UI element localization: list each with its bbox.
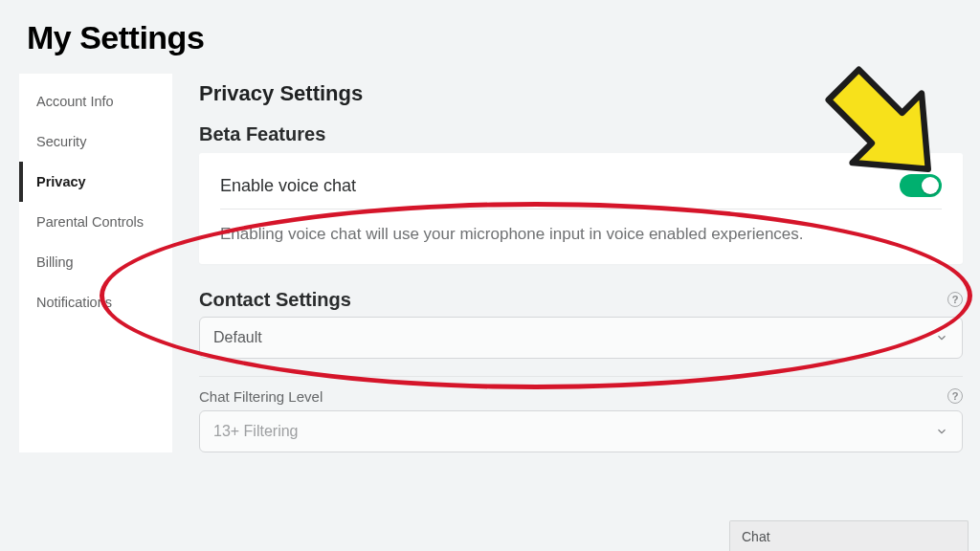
page-title: My Settings xyxy=(0,0,980,74)
sidebar-item-notifications[interactable]: Notifications xyxy=(19,282,172,322)
beta-features-card: Enable voice chat Enabling voice chat wi… xyxy=(199,153,963,264)
chat-bar-label: Chat xyxy=(742,529,770,544)
sidebar-item-label: Account Info xyxy=(36,94,114,109)
voice-chat-description: Enabling voice chat will use your microp… xyxy=(220,209,942,247)
select-value: Default xyxy=(213,329,262,346)
sidebar-item-privacy[interactable]: Privacy xyxy=(19,162,172,202)
toggle-knob xyxy=(922,177,939,194)
sidebar-item-label: Parental Controls xyxy=(36,214,144,230)
chevron-down-icon xyxy=(935,425,948,438)
help-icon[interactable]: ? xyxy=(947,292,963,307)
help-icon[interactable]: ? xyxy=(947,388,963,404)
sidebar-item-label: Security xyxy=(36,134,86,149)
sidebar-item-parental-controls[interactable]: Parental Controls xyxy=(19,202,172,242)
settings-main: Privacy Settings Beta Features Enable vo… xyxy=(172,74,980,452)
sidebar-item-label: Privacy xyxy=(36,174,86,189)
settings-sidebar: Account Info Security Privacy Parental C… xyxy=(19,74,172,452)
voice-chat-toggle[interactable] xyxy=(900,174,942,197)
chat-filter-select[interactable]: 13+ Filtering xyxy=(199,410,963,452)
sidebar-item-label: Billing xyxy=(36,254,74,270)
contact-default-select[interactable]: Default xyxy=(199,317,963,359)
sidebar-item-account-info[interactable]: Account Info xyxy=(19,81,172,121)
section-privacy-heading: Privacy Settings xyxy=(199,81,963,106)
sidebar-item-billing[interactable]: Billing xyxy=(19,242,172,282)
chat-bar[interactable]: Chat xyxy=(729,520,969,551)
chat-filter-label: Chat Filtering Level xyxy=(199,388,323,405)
voice-chat-toggle-label: Enable voice chat xyxy=(220,176,356,196)
select-value: 13+ Filtering xyxy=(213,423,299,440)
section-beta-heading: Beta Features xyxy=(199,123,963,145)
divider xyxy=(199,376,963,377)
sidebar-item-label: Notifications xyxy=(36,295,112,310)
chevron-down-icon xyxy=(935,331,948,344)
section-contact-heading: Contact Settings xyxy=(199,289,351,311)
voice-chat-toggle-row: Enable voice chat xyxy=(220,165,942,209)
sidebar-item-security[interactable]: Security xyxy=(19,121,172,162)
